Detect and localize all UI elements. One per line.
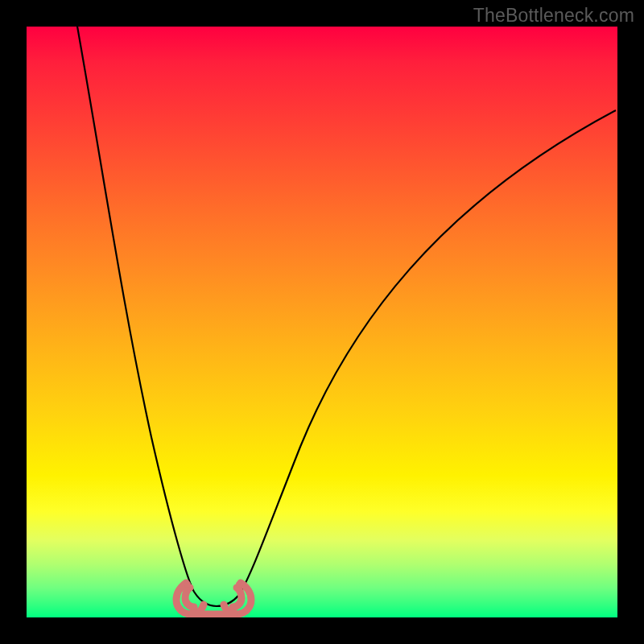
v-curve bbox=[76, 27, 616, 606]
curve-layer bbox=[27, 27, 617, 617]
lobe-dot-right-top bbox=[236, 581, 242, 588]
chart-frame: TheBottleneck.com bbox=[0, 0, 644, 644]
lobe-dot-left-top bbox=[184, 581, 191, 588]
lobe-group bbox=[176, 581, 251, 616]
watermark-text: TheBottleneck.com bbox=[473, 5, 634, 27]
plot-area bbox=[27, 27, 617, 617]
